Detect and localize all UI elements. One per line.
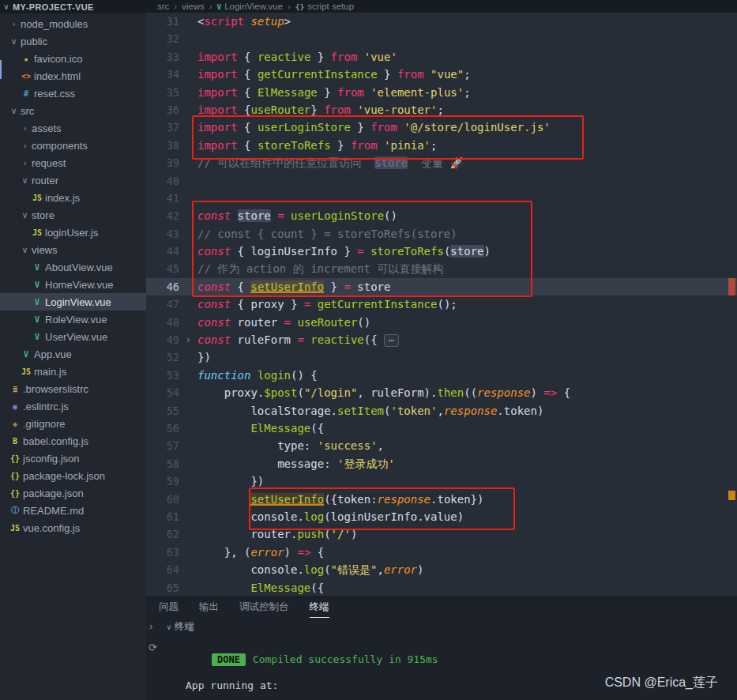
code-line-63[interactable]: 63 }, (error) => { (146, 544, 737, 561)
tree-item-App.vue[interactable]: VApp.vue (0, 345, 146, 363)
chevron-down-icon: ∨ (19, 171, 31, 189)
code-line-65[interactable]: 65 ElMessage({ (146, 579, 737, 597)
tree-item-README.md[interactable]: ⓘREADME.md (0, 502, 146, 519)
tree-item-jsconfig.json[interactable]: {}jsconfig.json (0, 450, 146, 467)
code-line-41[interactable]: 41 (146, 190, 737, 207)
line-number: 35 (146, 84, 195, 101)
code-line-59[interactable]: 59 }) (146, 472, 737, 490)
code-line-33[interactable]: 33import { reactive } from 'vue' (146, 48, 737, 66)
code-line-32[interactable]: 32 (146, 30, 737, 47)
restart-icon[interactable]: ⟳ (149, 642, 157, 653)
tree-item-UserView.vue[interactable]: VUserView.vue (0, 328, 146, 345)
line-number: 48 (146, 314, 195, 331)
tree-item-public[interactable]: ∨public (0, 32, 146, 50)
tree-item-store[interactable]: ∨store (0, 206, 146, 224)
tree-item-index.html[interactable]: <>index.html (0, 67, 146, 85)
tree-item-favicon.ico[interactable]: ★favicon.ico (0, 50, 146, 67)
tree-item-vue.config.js[interactable]: JSvue.config.js (0, 519, 146, 536)
tree-item-label: node_modules (21, 18, 88, 30)
code-line-34[interactable]: 34import { getCurrentInstance } from "vu… (146, 66, 737, 83)
code-line-47[interactable]: 47const { proxy } = getCurrentInstance()… (146, 295, 737, 313)
code-line-54[interactable]: 54 proxy.$post("/login", ruleForm).then(… (146, 384, 737, 401)
code-line-36[interactable]: 36import {useRouter} from 'vue-router'; (146, 101, 737, 119)
code-line-52[interactable]: 52}) (146, 348, 737, 366)
code-line-55[interactable]: 55 localStorage.setItem('token',response… (146, 402, 737, 420)
breadcrumb-item-views[interactable]: views (182, 2, 205, 11)
panel-tab-终端[interactable]: 终端 (310, 597, 329, 618)
tree-item-babel.config.js[interactable]: Bbabel.config.js (0, 432, 146, 450)
line-number: 58 (146, 455, 195, 472)
code-token: response (378, 493, 431, 506)
explorer-header[interactable]: ∨ MY-PROJECT-VUE (0, 0, 146, 13)
tree-item-label: main.js (34, 366, 66, 378)
tree-item-request[interactable]: ›request (0, 154, 146, 171)
code-line-37[interactable]: 37import { userLoginStore } from '@/stor… (146, 119, 737, 136)
breadcrumb: src›views›VLoginView.vue›{}script setup (146, 0, 737, 13)
tree-item-components[interactable]: ›components (0, 137, 146, 154)
vue-icon: V (19, 350, 33, 359)
code-line-56[interactable]: 56 ElMessage({ (146, 420, 737, 437)
tree-item-index.js[interactable]: JSindex.js (0, 189, 146, 206)
line-number: 39 (146, 154, 195, 171)
panel-tab-输出[interactable]: 输出 (199, 597, 219, 618)
code-text: import {useRouter} from 'vue-router'; (197, 101, 444, 119)
tree-item-package-lock.json[interactable]: {}package-lock.json (0, 467, 146, 484)
code-line-45[interactable]: 45// 作为 action 的 increment 可以直接解构 (146, 260, 737, 277)
breadcrumb-item-LoginView.vue[interactable]: VLoginView.vue (216, 2, 283, 11)
code-text: message: '登录成功' (197, 455, 395, 472)
line-number: 37 (146, 119, 195, 136)
code-token: ) (531, 386, 544, 399)
tree-item-.eslintrc.js[interactable]: ◉.eslintrc.js (0, 397, 146, 415)
code-line-48[interactable]: 48const router = useRouter() (146, 314, 737, 331)
panel-tab-调试控制台[interactable]: 调试控制台 (239, 597, 289, 618)
code-token: storeToRefs (370, 245, 444, 258)
tree-item-main.js[interactable]: JSmain.js (0, 363, 146, 380)
tree-item-label: babel.config.js (23, 435, 88, 447)
code-line-44[interactable]: 44const { loginUserInfo } = storeToRefs(… (146, 243, 737, 260)
fold-chevron-icon[interactable]: › (186, 331, 191, 348)
line-number: 56 (146, 420, 195, 437)
code-line-64[interactable]: 64 console.log("错误是",error) (146, 561, 737, 578)
line-number: 49› (146, 331, 195, 348)
code-line-53[interactable]: 53function login() { (146, 367, 737, 384)
code-line-46[interactable]: 46const { setUserInfo } = store (146, 278, 737, 295)
breadcrumb-separator: › (209, 2, 212, 11)
code-line-42[interactable]: 42const store = userLoginStore() (146, 207, 737, 224)
code-line-39[interactable]: 39// 可以在组件中的任意位置访问 store 变量 🚀 (146, 154, 737, 171)
code-line-57[interactable]: 57 type: 'success', (146, 437, 737, 454)
code-line-43[interactable]: 43// const { count } = storeToRefs(store… (146, 225, 737, 243)
line-number: 46 (146, 278, 195, 295)
code-line-49[interactable]: 49›const ruleForm = reactive({⋯ (146, 331, 737, 348)
breadcrumb-item-script-setup[interactable]: {}script setup (295, 2, 354, 11)
tree-item-loginUser.js[interactable]: JSloginUser.js (0, 224, 146, 241)
tree-item-reset.css[interactable]: #reset.css (0, 85, 146, 102)
tree-item-RoleView.vue[interactable]: VRoleView.vue (0, 310, 146, 328)
chevron-right-icon[interactable]: › (149, 620, 152, 632)
code-line-60[interactable]: 60 setUserInfo({token:response.token}) (146, 491, 737, 508)
breadcrumb-item-src[interactable]: src (157, 2, 169, 11)
code-token (357, 51, 363, 63)
code-line-31[interactable]: 31<script setup> (146, 13, 737, 30)
code-line-38[interactable]: 38import { storeToRefs } from 'pinia'; (146, 137, 737, 154)
code-line-40[interactable]: 40 (146, 172, 737, 190)
tree-item-package.json[interactable]: {}package.json (0, 484, 146, 502)
code-text: <script setup> (197, 13, 291, 30)
tree-item-.gitignore[interactable]: ◆.gitignore (0, 415, 146, 432)
code-token: } (318, 86, 337, 99)
tree-item-src[interactable]: ∨src (0, 102, 146, 119)
code-token: 'vue-router' (357, 103, 437, 116)
tree-item-assets[interactable]: ›assets (0, 119, 146, 137)
panel-tab-问题[interactable]: 问题 (159, 597, 179, 618)
tree-item-AboutView.vue[interactable]: VAboutView.vue (0, 258, 146, 276)
tree-item-LoginView.vue[interactable]: VLoginView.vue (0, 293, 146, 310)
code-line-61[interactable]: 61 console.log(loginUserInfo.value) (146, 508, 737, 525)
code-line-62[interactable]: 62 router.push('/') (146, 525, 737, 543)
tree-item-router[interactable]: ∨router (0, 171, 146, 189)
tree-item-HomeView.vue[interactable]: VHomeView.vue (0, 276, 146, 293)
tree-item-views[interactable]: ∨views (0, 241, 146, 258)
code-line-58[interactable]: 58 message: '登录成功' (146, 455, 737, 472)
tree-item-node_modules[interactable]: ›node_modules (0, 15, 146, 32)
tree-item-.browserslistrc[interactable]: ≣.browserslistrc (0, 380, 146, 397)
terminal-section-header[interactable]: ∨ 终端 (146, 618, 737, 635)
code-line-35[interactable]: 35import { ElMessage } from 'element-plu… (146, 84, 737, 101)
